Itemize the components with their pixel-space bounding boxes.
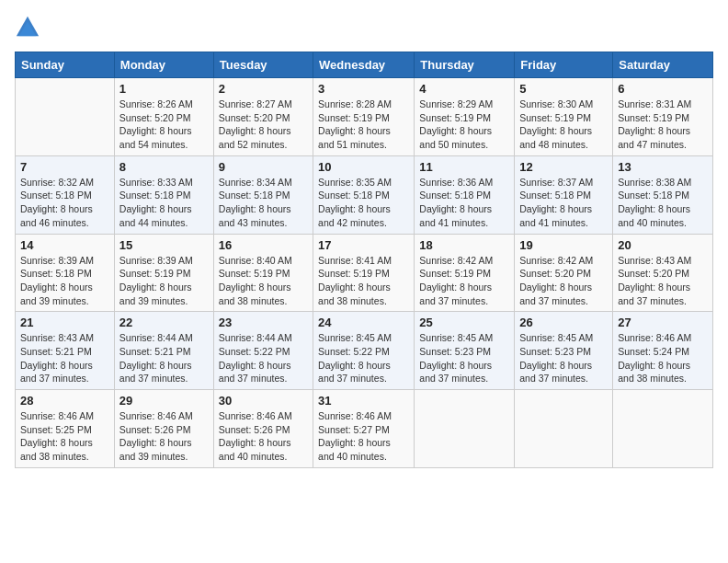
day-number: 25 [419,316,509,329]
day-info: Sunrise: 8:46 AM Sunset: 5:26 PM Dayligh… [119,409,209,464]
calendar-cell: 26Sunrise: 8:45 AM Sunset: 5:23 PM Dayli… [515,312,613,390]
calendar-cell: 13Sunrise: 8:38 AM Sunset: 5:18 PM Dayli… [613,155,713,234]
day-info: Sunrise: 8:33 AM Sunset: 5:18 PM Dayligh… [119,176,209,230]
calendar-cell: 2Sunrise: 8:27 AM Sunset: 5:20 PM Daylig… [213,78,313,156]
day-number: 15 [119,238,209,252]
week-row-0: 1Sunrise: 8:26 AM Sunset: 5:20 PM Daylig… [16,78,713,156]
day-number: 27 [618,316,708,329]
calendar-cell: 5Sunrise: 8:30 AM Sunset: 5:19 PM Daylig… [515,78,613,156]
calendar-cell: 6Sunrise: 8:31 AM Sunset: 5:19 PM Daylig… [613,78,713,156]
week-row-2: 14Sunrise: 8:39 AM Sunset: 5:18 PM Dayli… [16,234,713,312]
day-number: 17 [318,238,409,252]
calendar-cell: 14Sunrise: 8:39 AM Sunset: 5:18 PM Dayli… [16,234,115,312]
calendar-cell: 29Sunrise: 8:46 AM Sunset: 5:26 PM Dayli… [114,390,213,468]
header-day-friday: Friday [515,52,613,78]
calendar-header: SundayMondayTuesdayWednesdayThursdayFrid… [16,52,713,78]
day-info: Sunrise: 8:31 AM Sunset: 5:19 PM Dayligh… [618,98,708,152]
day-info: Sunrise: 8:28 AM Sunset: 5:19 PM Dayligh… [318,98,409,152]
day-info: Sunrise: 8:42 AM Sunset: 5:20 PM Dayligh… [519,254,608,308]
header-day-sunday: Sunday [16,52,115,78]
calendar-cell [515,390,613,468]
day-number: 16 [219,238,308,252]
day-info: Sunrise: 8:30 AM Sunset: 5:19 PM Dayligh… [519,98,608,152]
day-number: 5 [519,82,608,96]
calendar-cell: 17Sunrise: 8:41 AM Sunset: 5:19 PM Dayli… [313,234,415,312]
calendar-cell: 12Sunrise: 8:37 AM Sunset: 5:18 PM Dayli… [515,155,613,234]
day-info: Sunrise: 8:43 AM Sunset: 5:20 PM Dayligh… [618,254,708,308]
day-number: 3 [318,82,409,96]
day-number: 29 [119,394,209,408]
calendar-cell: 24Sunrise: 8:45 AM Sunset: 5:22 PM Dayli… [313,312,415,390]
calendar-cell: 23Sunrise: 8:44 AM Sunset: 5:22 PM Dayli… [213,312,313,390]
calendar-cell: 25Sunrise: 8:45 AM Sunset: 5:23 PM Dayli… [415,312,515,390]
calendar-cell: 27Sunrise: 8:46 AM Sunset: 5:24 PM Dayli… [613,312,713,390]
calendar-cell: 1Sunrise: 8:26 AM Sunset: 5:20 PM Daylig… [114,78,213,156]
calendar-cell: 19Sunrise: 8:42 AM Sunset: 5:20 PM Dayli… [515,234,613,312]
day-number: 2 [219,82,308,96]
calendar-cell [16,78,115,156]
day-number: 13 [618,160,708,174]
day-info: Sunrise: 8:43 AM Sunset: 5:21 PM Dayligh… [20,331,109,385]
day-info: Sunrise: 8:44 AM Sunset: 5:21 PM Dayligh… [119,331,209,385]
day-number: 20 [618,238,708,252]
calendar-cell [613,390,713,468]
calendar-cell [415,390,515,468]
day-number: 30 [219,394,308,408]
day-number: 19 [519,238,608,252]
day-info: Sunrise: 8:39 AM Sunset: 5:19 PM Dayligh… [119,254,209,308]
header-row: SundayMondayTuesdayWednesdayThursdayFrid… [16,52,713,78]
week-row-3: 21Sunrise: 8:43 AM Sunset: 5:21 PM Dayli… [16,312,713,390]
day-number: 24 [318,316,409,329]
day-number: 31 [318,394,409,408]
calendar-cell: 9Sunrise: 8:34 AM Sunset: 5:18 PM Daylig… [213,155,313,234]
calendar-cell: 11Sunrise: 8:36 AM Sunset: 5:18 PM Dayli… [415,155,515,234]
week-row-1: 7Sunrise: 8:32 AM Sunset: 5:18 PM Daylig… [16,155,713,234]
day-info: Sunrise: 8:34 AM Sunset: 5:18 PM Dayligh… [219,176,308,230]
day-number: 26 [519,316,608,329]
header-day-thursday: Thursday [415,52,515,78]
day-info: Sunrise: 8:45 AM Sunset: 5:23 PM Dayligh… [519,331,608,385]
header-day-saturday: Saturday [613,52,713,78]
day-info: Sunrise: 8:35 AM Sunset: 5:18 PM Dayligh… [318,176,409,230]
day-number: 8 [119,160,209,174]
day-info: Sunrise: 8:46 AM Sunset: 5:25 PM Dayligh… [20,409,109,464]
day-number: 12 [519,160,608,174]
day-info: Sunrise: 8:37 AM Sunset: 5:18 PM Dayligh… [519,176,608,230]
calendar-cell: 31Sunrise: 8:46 AM Sunset: 5:27 PM Dayli… [313,390,415,468]
logo-icon [15,15,40,40]
day-number: 11 [419,160,509,174]
day-number: 21 [20,316,109,329]
day-number: 4 [419,82,509,96]
day-number: 9 [219,160,308,174]
calendar-cell: 28Sunrise: 8:46 AM Sunset: 5:25 PM Dayli… [16,390,115,468]
day-info: Sunrise: 8:44 AM Sunset: 5:22 PM Dayligh… [219,331,308,385]
day-info: Sunrise: 8:38 AM Sunset: 5:18 PM Dayligh… [618,176,708,230]
day-number: 23 [219,316,308,329]
day-info: Sunrise: 8:36 AM Sunset: 5:18 PM Dayligh… [419,176,509,230]
day-info: Sunrise: 8:26 AM Sunset: 5:20 PM Dayligh… [119,98,209,152]
day-info: Sunrise: 8:40 AM Sunset: 5:19 PM Dayligh… [219,254,308,308]
calendar-cell: 4Sunrise: 8:29 AM Sunset: 5:19 PM Daylig… [415,78,515,156]
day-number: 10 [318,160,409,174]
day-number: 28 [20,394,109,408]
calendar-cell: 21Sunrise: 8:43 AM Sunset: 5:21 PM Dayli… [16,312,115,390]
header-day-tuesday: Tuesday [213,52,313,78]
calendar-cell: 18Sunrise: 8:42 AM Sunset: 5:19 PM Dayli… [415,234,515,312]
day-info: Sunrise: 8:27 AM Sunset: 5:20 PM Dayligh… [219,98,308,152]
page-header [15,15,713,40]
day-info: Sunrise: 8:45 AM Sunset: 5:23 PM Dayligh… [419,331,509,385]
calendar-cell: 8Sunrise: 8:33 AM Sunset: 5:18 PM Daylig… [114,155,213,234]
header-day-monday: Monday [114,52,213,78]
day-info: Sunrise: 8:45 AM Sunset: 5:22 PM Dayligh… [318,331,409,385]
day-info: Sunrise: 8:42 AM Sunset: 5:19 PM Dayligh… [419,254,509,308]
day-info: Sunrise: 8:41 AM Sunset: 5:19 PM Dayligh… [318,254,409,308]
calendar-body: 1Sunrise: 8:26 AM Sunset: 5:20 PM Daylig… [16,78,713,468]
calendar-table: SundayMondayTuesdayWednesdayThursdayFrid… [15,52,713,468]
day-info: Sunrise: 8:39 AM Sunset: 5:18 PM Dayligh… [20,254,109,308]
day-number: 22 [119,316,209,329]
day-info: Sunrise: 8:46 AM Sunset: 5:24 PM Dayligh… [618,331,708,385]
calendar-cell: 20Sunrise: 8:43 AM Sunset: 5:20 PM Dayli… [613,234,713,312]
calendar-cell: 15Sunrise: 8:39 AM Sunset: 5:19 PM Dayli… [114,234,213,312]
calendar-cell: 16Sunrise: 8:40 AM Sunset: 5:19 PM Dayli… [213,234,313,312]
header-day-wednesday: Wednesday [313,52,415,78]
